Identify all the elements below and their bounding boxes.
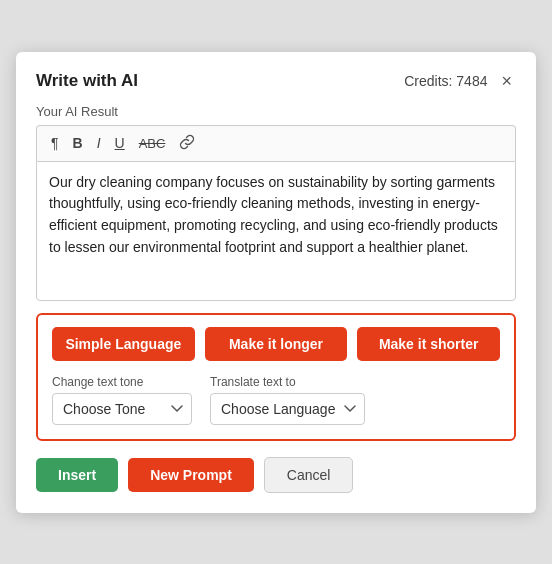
italic-button[interactable]: I — [93, 133, 105, 153]
action-section: Simple Language Make it longer Make it s… — [36, 313, 516, 441]
link-button[interactable] — [175, 132, 199, 155]
change-tone-label: Change text tone — [52, 375, 192, 389]
link-icon — [179, 134, 195, 153]
format-paragraph-button[interactable]: ¶ — [47, 133, 63, 153]
credits-display: Credits: 7484 — [404, 73, 487, 89]
bold-button[interactable]: B — [69, 133, 87, 153]
strikethrough-icon: ABC — [139, 136, 166, 151]
make-longer-button[interactable]: Make it longer — [205, 327, 348, 361]
write-with-ai-modal: Write with AI Credits: 7484 × Your AI Re… — [16, 52, 536, 513]
underline-icon: U — [115, 135, 125, 151]
new-prompt-button[interactable]: New Prompt — [128, 458, 254, 492]
footer-buttons: Insert New Prompt Cancel — [36, 457, 516, 493]
choose-tone-select[interactable]: Choose Tone Formal Informal Friendly Pro… — [52, 393, 192, 425]
close-button[interactable]: × — [497, 70, 516, 92]
underline-button[interactable]: U — [111, 133, 129, 153]
simple-language-button[interactable]: Simple Language — [52, 327, 195, 361]
bold-icon: B — [73, 135, 83, 151]
language-dropdown-group: Translate text to Choose Language Englis… — [210, 375, 365, 425]
tone-dropdown-group: Change text tone Choose Tone Formal Info… — [52, 375, 192, 425]
translate-text-label: Translate text to — [210, 375, 365, 389]
cancel-button[interactable]: Cancel — [264, 457, 354, 493]
modal-title: Write with AI — [36, 71, 138, 91]
header-right: Credits: 7484 × — [404, 70, 516, 92]
italic-icon: I — [97, 135, 101, 151]
insert-button[interactable]: Insert — [36, 458, 118, 492]
paragraph-icon: ¶ — [51, 135, 59, 151]
editor-toolbar: ¶ B I U ABC — [36, 125, 516, 161]
action-buttons-row: Simple Language Make it longer Make it s… — [52, 327, 500, 361]
ai-result-text[interactable]: Our dry cleaning company focuses on sust… — [36, 161, 516, 301]
strikethrough-button[interactable]: ABC — [135, 134, 170, 153]
result-label: Your AI Result — [36, 104, 516, 119]
modal-header: Write with AI Credits: 7484 × — [36, 70, 516, 92]
dropdowns-row: Change text tone Choose Tone Formal Info… — [52, 375, 500, 425]
choose-language-select[interactable]: Choose Language English Spanish French G… — [210, 393, 365, 425]
make-shorter-button[interactable]: Make it shorter — [357, 327, 500, 361]
